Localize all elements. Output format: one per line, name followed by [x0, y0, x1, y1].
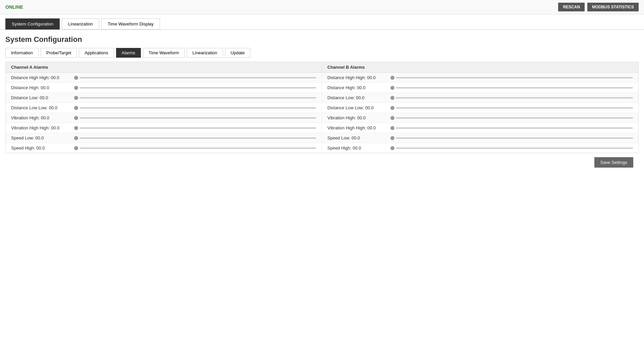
- alarm-cell-a: Vibration High: 00.0: [6, 113, 322, 123]
- alarm-slider-b[interactable]: [396, 87, 633, 88]
- rescan-button[interactable]: RESCAN: [558, 3, 585, 11]
- alarm-label-b: Distance High: 00.0: [327, 85, 388, 90]
- alarm-cell-a: Speed High: 00.0: [6, 143, 322, 153]
- alarm-dot-a: [74, 126, 78, 130]
- alarm-cell-a: Distance Low: 00.0: [6, 93, 322, 103]
- subtab-applications[interactable]: Applications: [79, 48, 114, 58]
- alarm-slider-a[interactable]: [79, 117, 316, 119]
- alarm-dot-b: [390, 116, 394, 120]
- alarm-slider-container-a: [74, 76, 316, 80]
- subtab-probe-target[interactable]: Probe/Target: [41, 48, 77, 58]
- alarm-label-a: Distance High High: 00.0: [11, 75, 71, 80]
- alarm-dot-a: [74, 76, 78, 80]
- alarm-slider-b[interactable]: [396, 77, 633, 78]
- alarm-slider-container-b: [390, 136, 633, 140]
- alarm-cell-b: Vibration High: 00.0: [322, 113, 638, 123]
- alarm-slider-a[interactable]: [79, 87, 316, 88]
- alarm-slider-b[interactable]: [396, 137, 633, 139]
- alarm-label-b: Vibration High High: 00.0: [327, 125, 388, 130]
- alarm-slider-b[interactable]: [396, 117, 633, 119]
- alarm-dot-b: [390, 146, 394, 150]
- main-content: Channel A Alarms Channel B Alarms Distan…: [0, 62, 644, 172]
- tab-time-waveform-display[interactable]: Time Waveform Display: [101, 18, 160, 29]
- alarm-label-a: Distance Low Low: 00.0: [11, 105, 71, 110]
- alarm-slider-a[interactable]: [79, 147, 316, 149]
- alarm-slider-b[interactable]: [396, 97, 633, 99]
- alarms-header: Channel A Alarms Channel B Alarms: [6, 62, 638, 73]
- alarm-slider-a[interactable]: [79, 137, 316, 139]
- alarm-label-b: Distance High High: 00.0: [327, 75, 388, 80]
- alarm-dot-b: [390, 86, 394, 90]
- alarm-dot-a: [74, 96, 78, 100]
- alarm-label-b: Speed Low: 00.0: [327, 135, 388, 140]
- alarm-cell-b: Distance High High: 00.0: [322, 73, 638, 82]
- alarm-slider-a[interactable]: [79, 107, 316, 109]
- alarm-cell-a: Vibration High High: 00.0: [6, 123, 322, 133]
- alarm-dot-b: [390, 126, 394, 130]
- sub-tabs: Information Probe/Target Applications Al…: [0, 48, 644, 62]
- alarm-slider-container-a: [74, 116, 316, 120]
- alarm-label-a: Distance Low: 00.0: [11, 95, 71, 100]
- alarm-label-b: Vibration High: 00.0: [327, 115, 388, 120]
- alarm-slider-container-a: [74, 106, 316, 110]
- alarm-slider-b[interactable]: [396, 107, 633, 109]
- alarm-cell-a: Speed Low: 00.0: [6, 133, 322, 143]
- subtab-information[interactable]: Information: [5, 48, 39, 58]
- table-row: Distance Low Low: 00.0 Distance Low Low:…: [6, 103, 638, 113]
- alarm-slider-container-b: [390, 96, 633, 100]
- alarm-cell-b: Vibration High High: 00.0: [322, 123, 638, 133]
- subtab-linearization[interactable]: Linearization: [187, 48, 223, 58]
- alarm-dot-a: [74, 136, 78, 140]
- alarm-slider-a[interactable]: [79, 77, 316, 78]
- subtab-alarms[interactable]: Alarms: [116, 48, 141, 58]
- alarm-cell-a: Distance High High: 00.0: [6, 73, 322, 82]
- save-settings-button[interactable]: Save Settings: [594, 157, 633, 168]
- subtab-update[interactable]: Update: [225, 48, 251, 58]
- subtab-time-waveform[interactable]: Time Waveform: [143, 48, 185, 58]
- alarm-cell-a: Distance Low Low: 00.0: [6, 103, 322, 113]
- alarm-dot-b: [390, 76, 394, 80]
- table-row: Speed Low: 00.0 Speed Low: 00.0: [6, 133, 638, 143]
- alarm-dot-b: [390, 106, 394, 110]
- alarm-cell-b: Distance Low Low: 00.0: [322, 103, 638, 113]
- online-status: ONLINE: [5, 4, 23, 10]
- alarm-slider-container-b: [390, 126, 633, 130]
- alarm-cell-b: Distance Low: 00.0: [322, 93, 638, 103]
- alarm-slider-container-a: [74, 146, 316, 150]
- tab-linearization[interactable]: Linearization: [62, 18, 99, 29]
- alarm-slider-container-b: [390, 106, 633, 110]
- table-row: Vibration High: 00.0 Vibration High: 00.…: [6, 113, 638, 123]
- alarm-cell-b: Speed High: 00.0: [322, 143, 638, 153]
- alarm-slider-container-b: [390, 146, 633, 150]
- channel-b-header: Channel B Alarms: [322, 62, 638, 72]
- alarm-slider-container-a: [74, 86, 316, 90]
- table-row: Distance High: 00.0 Distance High: 00.0: [6, 83, 638, 93]
- top-bar: ONLINE RESCAN MODBUS STATISTICS: [0, 0, 644, 14]
- alarm-label-a: Vibration High: 00.0: [11, 115, 71, 120]
- alarm-dot-b: [390, 136, 394, 140]
- alarm-label-a: Speed Low: 00.0: [11, 135, 71, 140]
- page-title: System Configuration: [0, 30, 644, 48]
- alarm-slider-container-b: [390, 86, 633, 90]
- alarm-slider-b[interactable]: [396, 127, 633, 129]
- top-bar-buttons: RESCAN MODBUS STATISTICS: [558, 3, 639, 11]
- table-row: Distance High High: 00.0 Distance High H…: [6, 73, 638, 83]
- alarm-label-b: Speed High: 00.0: [327, 145, 388, 150]
- channel-a-header: Channel A Alarms: [6, 62, 322, 72]
- alarm-slider-a[interactable]: [79, 127, 316, 129]
- alarm-dot-a: [74, 116, 78, 120]
- tab-system-configuration[interactable]: System Configuration: [5, 18, 60, 29]
- nav-tabs-top: System Configuration Linearization Time …: [0, 14, 644, 30]
- alarm-slider-a[interactable]: [79, 97, 316, 99]
- alarm-label-a: Speed High: 00.0: [11, 145, 71, 150]
- table-row: Distance Low: 00.0 Distance Low: 00.0: [6, 93, 638, 103]
- modbus-statistics-button[interactable]: MODBUS STATISTICS: [587, 3, 639, 11]
- alarm-slider-b[interactable]: [396, 147, 633, 149]
- alarm-cell-b: Distance High: 00.0: [322, 83, 638, 93]
- alarm-cell-a: Distance High: 00.0: [6, 83, 322, 93]
- alarms-container: Channel A Alarms Channel B Alarms Distan…: [5, 62, 639, 153]
- alarm-dot-a: [74, 86, 78, 90]
- alarm-label-b: Distance Low: 00.0: [327, 95, 388, 100]
- alarm-label-a: Distance High: 00.0: [11, 85, 71, 90]
- table-row: Vibration High High: 00.0 Vibration High…: [6, 123, 638, 133]
